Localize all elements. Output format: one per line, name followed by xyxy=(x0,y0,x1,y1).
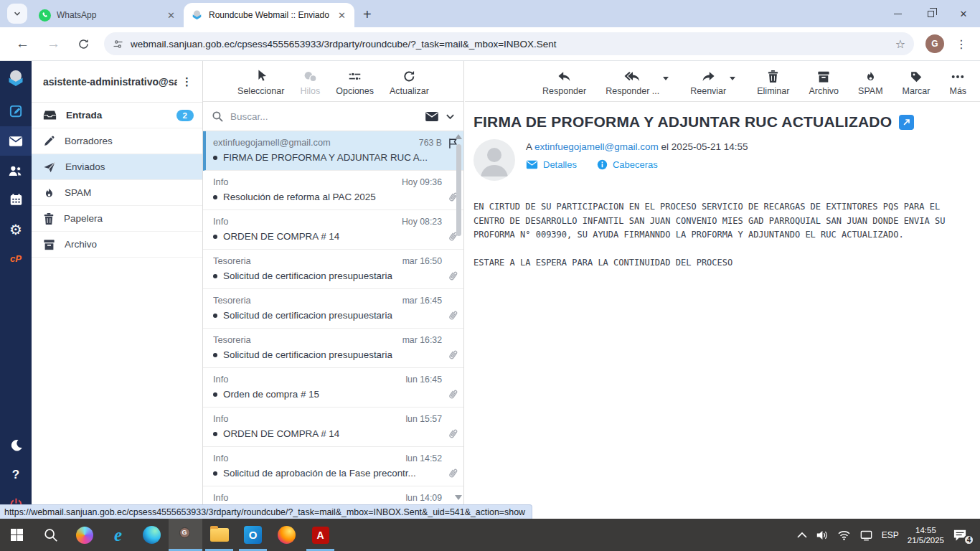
internet-explorer-button[interactable]: e xyxy=(101,519,135,551)
folder-inbox[interactable]: Entrada 2 xyxy=(32,103,202,128)
copilot-button[interactable] xyxy=(67,519,101,551)
account-header[interactable]: asistente-administrativo@sa... ⋮ xyxy=(32,61,202,103)
address-bar[interactable]: webmail.sanjuan.gob.ec/cpsess4555653933/… xyxy=(104,32,914,55)
folder-sent[interactable]: Enviados xyxy=(32,154,202,180)
message-list-item[interactable]: Info lun 16:45 Orden de compra # 15 xyxy=(203,368,463,408)
notification-center-button[interactable]: 4 xyxy=(953,529,971,542)
taskbar-search-button[interactable] xyxy=(34,519,67,551)
details-label: Detalles xyxy=(543,159,577,170)
reload-button[interactable] xyxy=(69,38,98,50)
cpanel-button[interactable]: cP xyxy=(0,244,32,273)
refresh-button[interactable]: Actualizar xyxy=(390,70,429,96)
message-list-item[interactable]: Tesoreria mar 16:32 Solicitud de certifi… xyxy=(203,329,463,368)
close-button[interactable]: ✕ xyxy=(947,0,980,27)
url-text[interactable]: webmail.sanjuan.gob.ec/cpsess4555653933/… xyxy=(131,39,888,50)
folder-spam[interactable]: SPAM xyxy=(32,180,202,206)
start-button[interactable] xyxy=(0,519,34,551)
headers-link[interactable]: Cabeceras xyxy=(597,159,658,170)
message-list-item[interactable]: Info lun 14:09 xyxy=(203,486,463,504)
tab-whatsapp[interactable]: WhatsApp ✕ xyxy=(32,3,184,27)
archive-button[interactable]: Archivo xyxy=(809,70,839,96)
scroll-up-arrow[interactable] xyxy=(455,134,462,139)
details-link[interactable]: Detalles xyxy=(526,159,577,170)
forward-button[interactable]: Reenviar xyxy=(690,70,726,96)
mark-button[interactable]: Marcar xyxy=(903,70,930,96)
firefox-button[interactable] xyxy=(270,519,303,551)
language-indicator[interactable]: ESP xyxy=(882,530,899,540)
site-settings-icon[interactable] xyxy=(113,39,123,50)
search-options-chevron-icon[interactable] xyxy=(446,112,455,121)
recipient-email-link[interactable]: extinfuegojamell@gmail.com xyxy=(534,141,659,152)
spam-button[interactable]: SPAM xyxy=(858,70,883,96)
search-scope-mail-icon[interactable] xyxy=(425,111,439,122)
calendar-nav-button[interactable] xyxy=(0,185,32,215)
app-rail: ⚙ cP ? xyxy=(0,61,32,519)
account-menu-icon[interactable]: ⋮ xyxy=(177,80,197,83)
message-date-size: mar 16:32 xyxy=(402,335,442,345)
folder-trash[interactable]: Papelera xyxy=(32,206,202,232)
sliders-icon xyxy=(348,70,362,83)
contacts-nav-button[interactable] xyxy=(0,156,32,185)
compose-icon xyxy=(9,104,24,119)
file-explorer-button[interactable] xyxy=(202,519,236,551)
inbox-icon xyxy=(43,110,57,121)
message-title: FIRMA DE PROFORMA Y ADJUNTAR RUC ACTUALI… xyxy=(473,113,892,131)
taskbar-clock[interactable]: 14:55 21/5/2025 xyxy=(908,525,944,545)
list-scrollbar[interactable] xyxy=(454,133,463,503)
folder-drafts[interactable]: Borradores xyxy=(32,128,202,154)
compose-button[interactable] xyxy=(0,97,32,126)
tab-roundcube[interactable]: Roundcube Webmail :: Enviados ✕ xyxy=(184,3,354,27)
edge-button[interactable] xyxy=(135,519,169,551)
reply-all-button[interactable]: Responder ... xyxy=(606,70,659,96)
delete-button[interactable]: Eliminar xyxy=(757,70,789,96)
tab-close-icon[interactable]: ✕ xyxy=(335,10,349,21)
browser-menu-icon[interactable]: ⋮ xyxy=(950,37,973,51)
search-input[interactable] xyxy=(230,111,418,122)
reply-all-caret-icon[interactable] xyxy=(663,77,669,80)
cpanel-icon: cP xyxy=(10,253,22,264)
cast-icon[interactable] xyxy=(859,529,873,541)
options-button[interactable]: Opciones xyxy=(336,70,374,96)
restore-button[interactable] xyxy=(914,0,947,27)
new-tab-button[interactable]: + xyxy=(354,6,380,27)
message-list-item[interactable]: Info lun 14:52 Solicitud de aprobación d… xyxy=(203,447,463,486)
back-button[interactable]: ← xyxy=(7,36,38,52)
tab-search-button[interactable] xyxy=(7,4,27,24)
help-button[interactable]: ? xyxy=(0,460,32,489)
message-date-size: mar 16:50 xyxy=(402,256,442,266)
body-line: CENTRO DE DESARROLLO INFANTIL SAN JUAN C… xyxy=(473,215,980,229)
pencil-icon xyxy=(43,135,55,147)
mail-nav-button[interactable] xyxy=(0,126,32,156)
tab-close-icon[interactable]: ✕ xyxy=(164,10,178,21)
tray-expand-icon[interactable] xyxy=(797,532,807,538)
message-list-item[interactable]: extinfuegojamell@gmail.com 763 B FIRMA D… xyxy=(203,131,463,171)
bookmark-star-icon[interactable]: ☆ xyxy=(895,37,905,51)
acrobat-button[interactable]: A xyxy=(303,519,337,551)
scrollbar-thumb[interactable] xyxy=(456,144,461,236)
forward-caret-icon[interactable] xyxy=(730,77,735,80)
chrome-button[interactable]: G xyxy=(169,519,202,551)
volume-icon[interactable] xyxy=(816,529,829,541)
info-icon xyxy=(597,159,608,170)
dark-mode-button[interactable] xyxy=(0,430,32,460)
message-list-item[interactable]: Info Hoy 08:23 ORDEN DE COMPRA # 14 xyxy=(203,210,463,250)
minimize-button[interactable] xyxy=(881,0,914,27)
wifi-icon[interactable] xyxy=(837,529,851,540)
edge-icon xyxy=(143,526,161,544)
message-rows: extinfuegojamell@gmail.com 763 B FIRMA D… xyxy=(203,131,463,504)
more-button[interactable]: Más xyxy=(949,70,966,96)
message-list-item[interactable]: Info Hoy 09:36 Resolución de reforma al … xyxy=(203,171,463,210)
open-in-new-window-button[interactable] xyxy=(899,115,914,130)
threads-button[interactable]: Hilos xyxy=(300,70,320,96)
outlook-button[interactable]: O xyxy=(236,519,270,551)
message-list-item[interactable]: Tesoreria mar 16:45 Solicitud de certifi… xyxy=(203,289,463,329)
scroll-down-arrow[interactable] xyxy=(455,495,462,500)
message-list-item[interactable]: Tesoreria mar 16:50 Solicitud de certifi… xyxy=(203,250,463,289)
settings-nav-button[interactable]: ⚙ xyxy=(0,215,32,244)
profile-avatar[interactable]: G xyxy=(925,34,944,53)
forward-button[interactable]: → xyxy=(38,36,69,52)
reply-button[interactable]: Responder xyxy=(542,70,586,96)
select-button[interactable]: Seleccionar xyxy=(237,69,284,96)
folder-archive[interactable]: Archivo xyxy=(32,232,202,258)
message-list-item[interactable]: Info lun 15:57 ORDEN DE COMPRA # 14 xyxy=(203,408,463,447)
